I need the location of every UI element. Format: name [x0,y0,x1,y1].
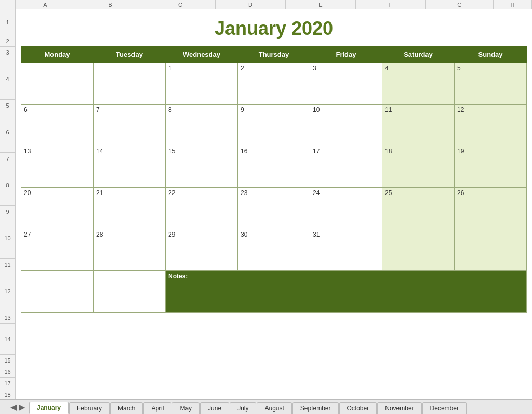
ruler-corner [0,0,16,9]
day-cell-14[interactable]: 14 [94,146,166,188]
day-cell-10[interactable]: 10 [310,105,382,146]
row-7: 7 [0,153,15,164]
day-cell-3[interactable]: 3 [310,63,382,105]
tab-may[interactable]: May [172,402,200,414]
day-cell-28[interactable]: 28 [94,229,166,271]
tab-arrow-left[interactable]: ◀ [10,402,17,412]
notes-cell[interactable]: Notes: [166,271,527,313]
row-11: 11 [0,259,15,270]
row-10: 10 [0,217,15,259]
day-cell-26[interactable]: 26 [455,188,527,229]
tab-april[interactable]: April [143,402,171,414]
calendar-wrapper: January 2020 Monday Tuesday Wednesday Th… [16,9,532,318]
week-row-2: 6 7 8 9 10 11 12 [21,105,527,146]
calendar-table: Monday Tuesday Wednesday Thursday Friday… [21,46,527,313]
tab-june[interactable]: June [200,402,229,414]
row-15: 15 [0,355,15,366]
tab-november[interactable]: November [377,402,421,414]
row-5: 5 [0,100,15,111]
header-tuesday: Tuesday [94,46,166,63]
day-cell-25[interactable]: 25 [382,188,455,229]
tab-august[interactable]: August [257,402,291,414]
row-16: 16 [0,366,15,378]
week-row-3: 13 14 15 16 17 18 19 [21,146,527,188]
week-row-5: 27 28 29 30 31 [21,229,527,271]
header-monday: Monday [21,46,94,63]
day-cell-empty[interactable] [94,63,166,105]
week-row-1: 1 2 3 4 5 [21,63,527,105]
day-cell-empty-sun[interactable] [455,229,527,271]
col-d: D [216,0,286,9]
notes-left-2[interactable] [94,271,166,313]
day-cell-13[interactable]: 13 [21,146,94,188]
day-cell-8[interactable]: 8 [166,105,238,146]
day-cell-7[interactable]: 7 [94,105,166,146]
day-cell-9[interactable]: 9 [238,105,310,146]
tab-december[interactable]: December [422,402,467,414]
row-13: 13 [0,312,15,324]
row-4: 4 [0,58,15,100]
day-cell-29[interactable]: 29 [166,229,238,271]
tab-february[interactable]: February [69,402,110,414]
main-area: 1 2 3 4 5 6 7 8 9 10 11 12 13 14 15 16 1… [0,9,532,399]
col-a: A [16,0,75,9]
day-cell-4[interactable]: 4 [382,63,455,105]
day-cell-20[interactable]: 20 [21,188,94,229]
day-cell-empty-sat[interactable] [382,229,455,271]
day-cell-2[interactable]: 2 [238,63,310,105]
day-cell-22[interactable]: 22 [166,188,238,229]
tab-october[interactable]: October [339,402,377,414]
row-8: 8 [0,164,15,206]
day-cell-empty[interactable] [21,63,94,105]
day-cell-5[interactable]: 5 [455,63,527,105]
row-9: 9 [0,206,15,217]
row-17: 17 [0,378,15,389]
notes-row: Notes: [21,271,527,313]
day-cell-1[interactable]: 1 [166,63,238,105]
tab-navigation: ◀ ▶ [10,402,25,414]
day-cell-11[interactable]: 11 [382,105,455,146]
day-cell-15[interactable]: 15 [166,146,238,188]
week-row-4: 20 21 22 23 24 25 26 [21,188,527,229]
row-6: 6 [0,111,15,153]
header-friday: Friday [310,46,382,63]
col-h: H [494,0,532,9]
day-cell-16[interactable]: 16 [238,146,310,188]
row-1: 1 [0,9,15,35]
col-e: E [286,0,356,9]
tab-bar: ◀ ▶ January February March April May Jun… [0,399,532,414]
tab-july[interactable]: July [230,402,256,414]
col-c: C [145,0,216,9]
day-cell-24[interactable]: 24 [310,188,382,229]
header-thursday: Thursday [238,46,310,63]
col-b: B [75,0,145,9]
row-2: 2 [0,35,15,47]
tab-january[interactable]: January [29,402,69,414]
row-14: 14 [0,324,15,355]
day-cell-18[interactable]: 18 [382,146,455,188]
tab-arrow-right[interactable]: ▶ [19,402,25,412]
notes-left-1[interactable] [21,271,94,313]
day-cell-27[interactable]: 27 [21,229,94,271]
day-cell-6[interactable]: 6 [21,105,94,146]
day-cell-19[interactable]: 19 [455,146,527,188]
row-labels: 1 2 3 4 5 6 7 8 9 10 11 12 13 14 15 16 1… [0,9,16,399]
day-cell-17[interactable]: 17 [310,146,382,188]
column-ruler: A B C D E F G H [0,0,532,9]
day-cell-21[interactable]: 21 [94,188,166,229]
tab-march[interactable]: March [110,402,143,414]
day-cell-12[interactable]: 12 [455,105,527,146]
header-sunday: Sunday [455,46,527,63]
row-12: 12 [0,270,15,312]
header-row: Monday Tuesday Wednesday Thursday Friday… [21,46,527,63]
header-saturday: Saturday [382,46,455,63]
col-g: G [426,0,494,9]
calendar-title: January 2020 [21,14,527,46]
tab-september[interactable]: September [292,402,339,414]
day-cell-31[interactable]: 31 [310,229,382,271]
row-18: 18 [0,389,15,399]
header-wednesday: Wednesday [166,46,238,63]
sheet-content: January 2020 Monday Tuesday Wednesday Th… [16,9,532,399]
day-cell-23[interactable]: 23 [238,188,310,229]
day-cell-30[interactable]: 30 [238,229,310,271]
